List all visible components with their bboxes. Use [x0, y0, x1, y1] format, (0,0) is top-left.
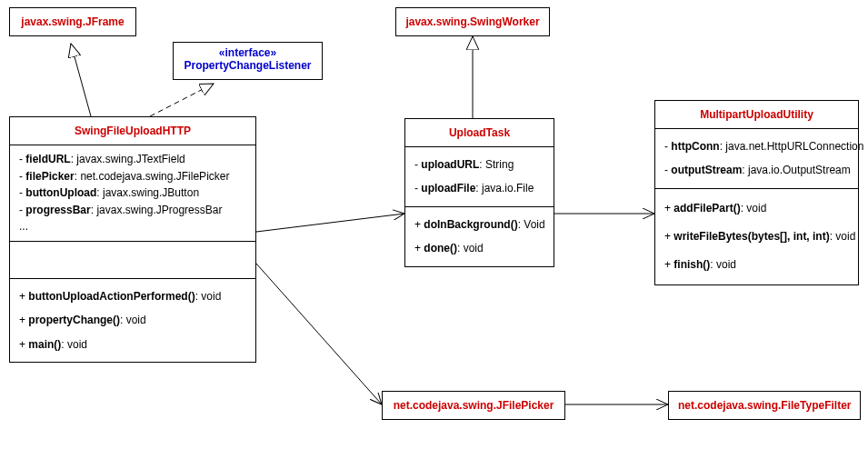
class-title: MultipartUploadUtility: [655, 101, 858, 128]
class-title: net.codejava.swing.JFilePicker: [383, 392, 564, 419]
class-swingworker[interactable]: javax.swing.SwingWorker: [395, 7, 550, 36]
method: + doInBackground(): Void: [414, 213, 544, 236]
svg-line-5: [256, 264, 382, 404]
method: + buttonUploadActionPerformed(): void: [19, 284, 246, 308]
field: - progressBar: javax.swing.JProgressBar: [19, 202, 246, 219]
fields-section: - httpConn: java.net.HttpURLConnection -…: [655, 128, 858, 188]
class-jfilepicker[interactable]: net.codejava.swing.JFilePicker: [382, 391, 565, 420]
field: - fieldURL: javax.swing.JTextField: [19, 151, 246, 168]
method: + propertyChange(): void: [19, 308, 246, 332]
class-multipartuploadutility[interactable]: MultipartUploadUtility - httpConn: java.…: [654, 100, 859, 285]
field-more: ...: [19, 218, 246, 235]
field: - buttonUpload: javax.swing.JButton: [19, 185, 246, 202]
field: - uploadURL: String: [414, 153, 544, 176]
interface-propertychangelistener[interactable]: «interface» PropertyChangeListener: [173, 42, 323, 80]
field: - filePicker: net.codejava.swing.JFilePi…: [19, 168, 246, 185]
stereotype-label: «interface»: [174, 43, 322, 59]
field: - uploadFile: java.io.File: [414, 176, 544, 200]
svg-line-3: [256, 214, 404, 232]
methods-section: + buttonUploadActionPerformed(): void + …: [10, 278, 255, 362]
field: - httpConn: java.net.HttpURLConnection: [664, 135, 849, 158]
class-title: javax.swing.JFrame: [10, 8, 135, 35]
method: + finish(): void: [664, 251, 849, 279]
class-uploadtask[interactable]: UploadTask - uploadURL: String - uploadF…: [404, 118, 554, 267]
methods-section: + addFilePart(): void + writeFileBytes(b…: [655, 188, 858, 285]
svg-line-1: [150, 84, 214, 116]
class-title: PropertyChangeListener: [174, 59, 322, 79]
class-title: SwingFileUploadHTTP: [10, 117, 255, 145]
class-title: UploadTask: [405, 119, 554, 146]
class-swingfileuploadhttp[interactable]: SwingFileUploadHTTP - fieldURL: javax.sw…: [9, 116, 256, 363]
fields-section: - fieldURL: javax.swing.JTextField - fil…: [10, 145, 255, 241]
empty-section: [10, 241, 255, 278]
field: - outputStream: java.io.OutputStream: [664, 158, 849, 182]
method: + writeFileBytes(bytes[], int, int): voi…: [664, 223, 849, 251]
fields-section: - uploadURL: String - uploadFile: java.i…: [405, 146, 554, 206]
methods-section: + doInBackground(): Void + done(): void: [405, 206, 554, 266]
method: + done(): void: [414, 236, 544, 260]
class-filetypefilter[interactable]: net.codejava.swing.FileTypeFilter: [668, 391, 861, 420]
svg-line-0: [71, 44, 91, 116]
method: + addFilePart(): void: [664, 195, 849, 223]
method: + main(): void: [19, 333, 246, 356]
class-title: javax.swing.SwingWorker: [396, 8, 549, 35]
class-title: net.codejava.swing.FileTypeFilter: [669, 392, 860, 419]
class-jframe[interactable]: javax.swing.JFrame: [9, 7, 136, 36]
